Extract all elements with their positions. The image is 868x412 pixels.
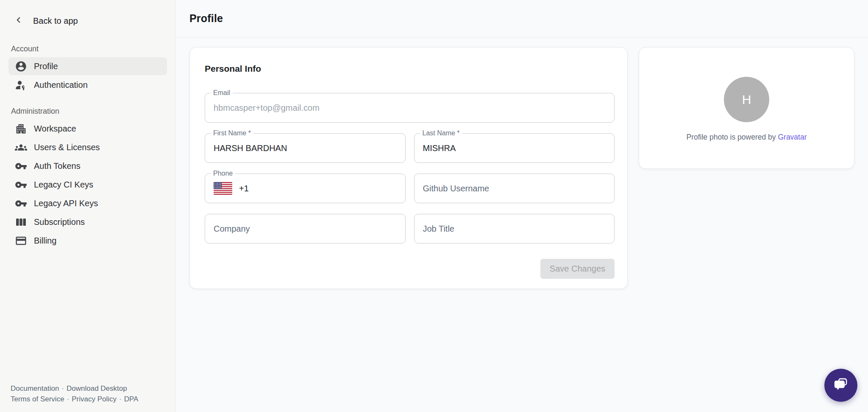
company-field[interactable] [205,214,406,244]
personal-info-title: Personal Info [205,64,615,74]
sidebar-item-authentication[interactable]: Authentication [8,76,167,94]
last-name-input[interactable] [423,143,606,153]
sidebar-item-label: Authentication [34,80,88,90]
terms-of-service-link[interactable]: Terms of Service [11,395,64,403]
last-name-field[interactable]: Last Name * [414,133,615,163]
gravatar-caption-text: Profile photo is powered by [686,133,776,141]
gravatar-caption: Profile photo is powered by Gravatar [686,133,807,142]
sidebar-item-label: Legacy CI Keys [34,180,93,190]
section-label-account: Account [0,45,175,53]
first-name-label: First Name * [211,129,253,137]
footer-row-2: Terms of Service·Privacy Policy·DPA [11,394,167,404]
settings-sidebar: Back to app Account Profile Authenticati… [0,0,175,412]
sidebar-item-workspace[interactable]: Workspace [8,120,167,137]
footer-separator: · [59,384,67,392]
last-name-label: Last Name * [420,129,462,137]
first-name-input[interactable] [214,143,397,153]
main-panel: Profile Personal Info Email First Name * [175,0,868,412]
sidebar-item-label: Billing [34,236,56,246]
sidebar-item-profile[interactable]: Profile [8,57,167,75]
footer-separator: · [117,395,124,403]
key-icon [14,197,27,210]
sidebar-item-label: Profile [34,62,58,71]
app-root: Back to app Account Profile Authenticati… [0,0,868,412]
save-changes-button[interactable]: Save Changes [540,259,615,279]
sidebar-item-users-licenses[interactable]: Users & Licenses [8,138,167,156]
sidebar-item-label: Workspace [34,124,76,134]
columns-icon [14,216,27,228]
chevron-left-icon [14,15,23,27]
privacy-policy-link[interactable]: Privacy Policy [72,395,117,403]
sidebar-item-billing[interactable]: Billing [8,232,167,249]
github-username-field[interactable] [414,174,615,203]
content-area: Personal Info Email First Name * Last Na… [175,37,868,289]
sidebar-item-label: Subscriptions [34,217,85,227]
groups-icon [14,141,27,154]
gravatar-card: H Profile photo is powered by Gravatar [639,47,854,169]
avatar: H [724,77,769,122]
person-key-icon [14,78,27,91]
key-icon [14,160,27,172]
back-to-app-label: Back to app [33,16,78,26]
sidebar-footer: Documentation·Download Desktop Terms of … [0,383,175,412]
personal-info-form: Email First Name * Last Name * [205,93,615,244]
first-name-field[interactable]: First Name * [205,133,406,163]
sidebar-item-label: Auth Tokens [34,161,81,171]
credit-card-icon [14,234,27,247]
page-header: Profile [175,0,868,37]
us-flag-icon[interactable] [214,182,232,195]
footer-row-1: Documentation·Download Desktop [11,383,167,394]
sidebar-item-label: Legacy API Keys [34,199,98,208]
phone-github-row: Phone [205,174,615,203]
documentation-link[interactable]: Documentation [11,384,59,392]
sidebar-item-auth-tokens[interactable]: Auth Tokens [8,157,167,175]
name-row: First Name * Last Name * [205,133,615,163]
email-label: Email [211,89,233,97]
footer-separator: · [64,395,72,403]
phone-field[interactable]: Phone [205,174,406,203]
company-input[interactable] [214,224,397,234]
dpa-link[interactable]: DPA [124,395,139,403]
key-icon [14,178,27,191]
save-row: Save Changes [205,259,615,279]
chat-launcher-button[interactable] [824,369,857,402]
personal-info-card: Personal Info Email First Name * Last Na… [189,47,628,289]
phone-dial-code: +1 [239,184,249,193]
building-icon [14,122,27,135]
sidebar-item-label: Users & Licenses [34,143,100,152]
email-field[interactable]: Email [205,93,615,123]
section-label-administration: Administration [0,107,175,116]
download-desktop-link[interactable]: Download Desktop [67,384,127,392]
sidebar-item-subscriptions[interactable]: Subscriptions [8,213,167,231]
page-title: Profile [189,12,223,25]
job-title-input[interactable] [423,224,606,234]
sidebar-item-legacy-ci-keys[interactable]: Legacy CI Keys [8,176,167,193]
back-to-app-link[interactable]: Back to app [0,0,175,27]
github-username-input[interactable] [423,184,606,193]
account-circle-icon [14,60,27,73]
sidebar-item-legacy-api-keys[interactable]: Legacy API Keys [8,194,167,212]
gravatar-link[interactable]: Gravatar [778,133,807,141]
email-input[interactable] [214,103,606,113]
phone-label: Phone [211,170,235,177]
company-job-row [205,214,615,244]
job-title-field[interactable] [414,214,615,244]
chat-bubbles-icon [832,376,850,395]
phone-input[interactable] [256,184,397,193]
